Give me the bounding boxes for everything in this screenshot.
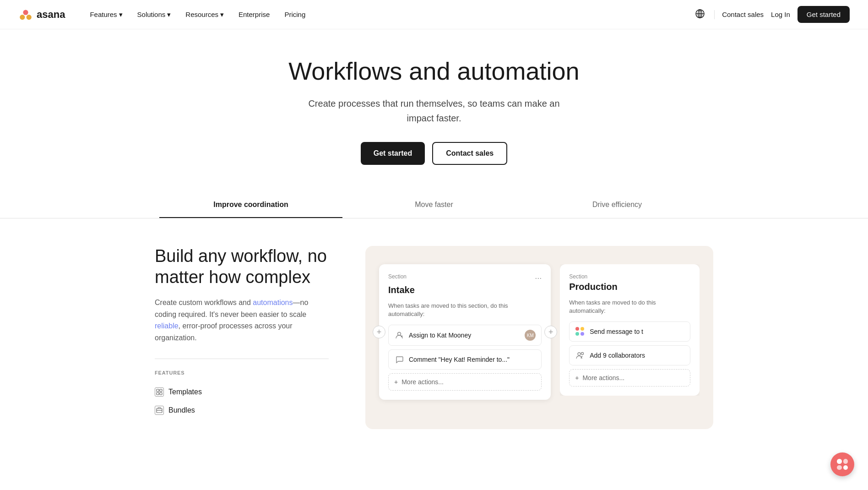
navbar: asana Features ▾ Solutions ▾ Resources ▾… — [0, 0, 868, 29]
content-left: Build any workflow, no matter how comple… — [155, 246, 329, 419]
plus-icon-2: + — [575, 374, 579, 381]
action-send-message[interactable]: Send message to t — [569, 321, 690, 342]
nav-features[interactable]: Features ▾ — [83, 7, 129, 22]
section-when-intake: When tasks are moved to this section, do… — [388, 302, 542, 318]
templates-label: Templates — [168, 388, 202, 396]
nav-pricing[interactable]: Pricing — [278, 7, 312, 22]
section-card-production: Section Production When tasks are moved … — [560, 264, 700, 396]
assign-label: Assign to Kat Mooney — [409, 332, 471, 339]
section-card-1-wrapper: + Section ··· Intake When tasks are move… — [379, 264, 551, 400]
add-collaborators-label: Add 9 collaborators — [590, 352, 645, 359]
hero-contact-sales-button[interactable]: Contact sales — [432, 142, 507, 165]
section-label-intake: Section — [388, 273, 407, 280]
connector-right-button[interactable]: + — [544, 326, 557, 338]
svg-point-0 — [23, 10, 28, 15]
nav-get-started-button[interactable]: Get started — [797, 6, 850, 23]
svg-point-16 — [578, 353, 580, 355]
nav-links: Features ▾ Solutions ▾ Resources ▾ Enter… — [83, 7, 693, 22]
section-when-production: When tasks are moved to do this automati… — [569, 299, 690, 315]
comment-icon — [394, 354, 404, 365]
action-add-collaborators[interactable]: Add 9 collaborators — [569, 345, 690, 365]
tabs-inner: Improve coordination Move faster Drive e… — [159, 192, 709, 218]
workflow-background: + Section ··· Intake When tasks are move… — [365, 246, 713, 429]
content-right: + Section ··· Intake When tasks are move… — [365, 246, 713, 429]
hero-section: Workflows and automation Create processe… — [0, 29, 868, 183]
section-title-intake: Intake — [388, 285, 542, 295]
section-label-production: Section — [569, 273, 587, 280]
section-title-production: Production — [569, 282, 690, 292]
svg-rect-8 — [160, 389, 162, 392]
tab-drive-efficiency[interactable]: Drive efficiency — [526, 192, 709, 218]
nav-resources[interactable]: Resources ▾ — [179, 7, 230, 22]
svg-point-1 — [20, 15, 25, 20]
tab-move-faster[interactable]: Move faster — [342, 192, 526, 218]
asana-multicolor-icon — [575, 327, 585, 336]
section-card-2-wrapper: Section Production When tasks are moved … — [560, 264, 700, 396]
svg-rect-10 — [160, 392, 162, 395]
section-card-intake: Section ··· Intake When tasks are moved … — [379, 264, 551, 400]
more-options-intake[interactable]: ··· — [535, 273, 542, 283]
nav-enterprise[interactable]: Enterprise — [232, 7, 276, 22]
kat-mooney-avatar: KM — [525, 330, 536, 341]
hero-title: Workflows and automation — [18, 57, 850, 85]
comment-label: Comment "Hey Kat! Reminder to..." — [409, 356, 510, 363]
plus-icon: + — [394, 378, 398, 386]
connector-left-button[interactable]: + — [373, 326, 385, 338]
logo-text: asana — [37, 9, 65, 21]
bundle-icon — [155, 406, 164, 415]
nav-divider — [714, 10, 715, 19]
chevron-down-icon: ▾ — [167, 11, 171, 19]
message-icon — [575, 327, 585, 337]
send-message-label: Send message to t — [590, 328, 643, 335]
hero-buttons: Get started Contact sales — [18, 142, 850, 165]
feature-bundles[interactable]: Bundles — [155, 401, 329, 419]
svg-point-17 — [581, 353, 584, 355]
reliable-link[interactable]: reliable — [155, 322, 179, 330]
assign-icon — [394, 330, 404, 340]
action-comment[interactable]: Comment "Hey Kat! Reminder to..." — [388, 349, 542, 370]
svg-rect-7 — [157, 389, 159, 392]
feature-templates[interactable]: Templates — [155, 383, 329, 401]
login-button[interactable]: Log In — [771, 11, 790, 18]
more-actions-production[interactable]: + More actions... — [569, 369, 690, 387]
bundles-label: Bundles — [168, 406, 195, 414]
contact-sales-link[interactable]: Contact sales — [722, 11, 764, 18]
nav-right: Contact sales Log In Get started — [693, 6, 850, 23]
svg-point-2 — [27, 15, 32, 20]
chevron-down-icon: ▾ — [220, 11, 224, 19]
card-header-production: Section — [569, 273, 690, 280]
collaborator-icon — [575, 350, 585, 360]
svg-rect-9 — [157, 392, 159, 395]
hero-subtitle: Create processes that run themselves, so… — [297, 96, 571, 125]
card-header-intake: Section ··· — [388, 273, 542, 283]
automations-link[interactable]: automations — [253, 299, 293, 306]
language-button[interactable] — [693, 7, 707, 22]
more-actions-intake[interactable]: + More actions... — [388, 373, 542, 391]
content-divider — [155, 359, 329, 359]
content-section: Build any workflow, no matter how comple… — [136, 218, 732, 447]
action-assign-kat[interactable]: Assign to Kat Mooney KM — [388, 325, 542, 346]
hero-get-started-button[interactable]: Get started — [361, 142, 425, 165]
chevron-down-icon: ▾ — [119, 11, 123, 19]
nav-solutions[interactable]: Solutions ▾ — [131, 7, 178, 22]
tab-improve-coordination[interactable]: Improve coordination — [159, 192, 342, 218]
features-label: FEATURES — [155, 370, 329, 376]
content-title: Build any workflow, no matter how comple… — [155, 246, 329, 288]
tabs-section: Improve coordination Move faster Drive e… — [0, 192, 868, 218]
content-description: Create custom workflows and automations—… — [155, 297, 329, 343]
logo[interactable]: asana — [18, 7, 65, 22]
grid-icon — [155, 387, 164, 397]
